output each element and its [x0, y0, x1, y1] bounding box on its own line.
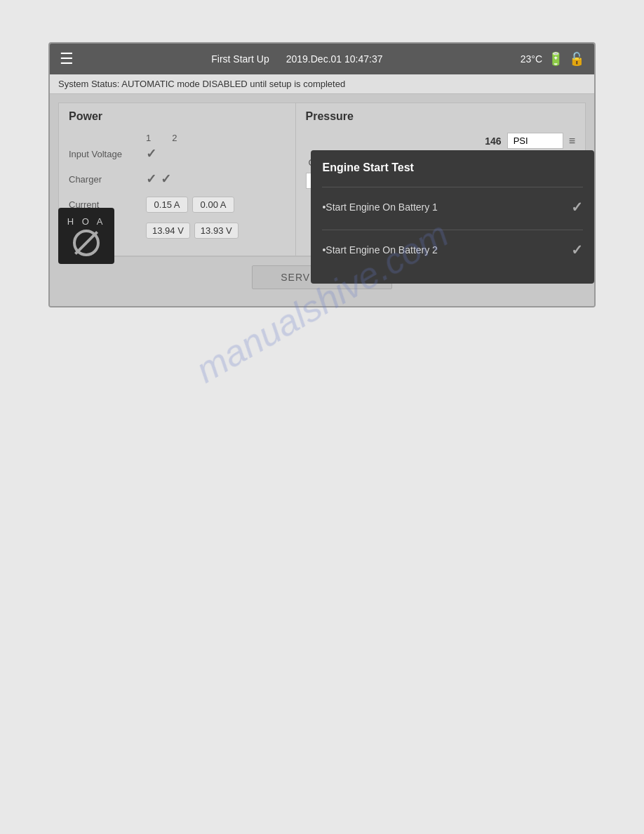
- pressure-menu-icon[interactable]: ≡: [569, 135, 575, 147]
- no-symbol: [73, 230, 100, 256]
- hoa-letters: H O A: [67, 216, 106, 227]
- header-bar: ☰ First Start Up 2019.Dec.01 10:47:37 23…: [50, 44, 594, 74]
- header-left: ☰: [60, 51, 74, 67]
- charger-values: ✓ ✓: [146, 171, 171, 187]
- engine-battery1-check: ✓: [571, 199, 583, 216]
- status-bar: System Status: AUTOMATIC mode DISABLED u…: [50, 74, 594, 94]
- battery-values: 13.94 V 13.93 V: [146, 223, 239, 239]
- battery-val1: 13.94 V: [146, 223, 190, 239]
- charger-check1: ✓: [146, 171, 156, 187]
- charger-label: Charger: [69, 174, 146, 185]
- current-val1: 0.15 A: [146, 197, 188, 213]
- engine-battery2-check: ✓: [571, 241, 583, 258]
- hamburger-icon[interactable]: ☰: [60, 51, 74, 67]
- col1-number: 1: [146, 133, 151, 143]
- header-center: First Start Up 2019.Dec.01 10:47:37: [211, 53, 382, 65]
- pressure-top-row: 146 ≡: [306, 133, 576, 149]
- device-frame: ☰ First Start Up 2019.Dec.01 10:47:37 23…: [48, 42, 596, 307]
- col2-number: 2: [172, 133, 177, 143]
- battery-icon: 🔋: [548, 51, 563, 67]
- engine-battery1-item[interactable]: •Start Engine On Battery 1 ✓: [322, 196, 583, 218]
- hoa-box: H O A: [58, 208, 114, 264]
- engine-start-modal: Engine Start Test •Start Engine On Batte…: [311, 150, 594, 284]
- input-voltage-values: ✓: [146, 146, 156, 161]
- modal-title: Engine Start Test: [322, 161, 583, 174]
- engine-battery1-label: •Start Engine On Battery 1: [322, 201, 437, 213]
- input-voltage-label: Input Voltage: [69, 149, 146, 159]
- power-panel-title: Power: [69, 110, 286, 123]
- status-text: System Status: AUTOMATIC mode DISABLED u…: [58, 79, 345, 89]
- charger-check2: ✓: [161, 171, 171, 187]
- pressure-panel-title: Pressure: [306, 110, 576, 123]
- current-values: 0.15 A 0.00 A: [146, 197, 234, 213]
- modal-divider: [322, 187, 583, 187]
- psi-input[interactable]: [507, 133, 563, 149]
- temperature-display: 23°C: [521, 53, 542, 65]
- lock-icon: 🔓: [569, 51, 584, 67]
- header-title: First Start Up: [211, 53, 269, 65]
- header-datetime: 2019.Dec.01 10:47:37: [286, 53, 383, 65]
- main-content: Power 1 2 Input Voltage ✓ Charger: [50, 94, 594, 306]
- column-numbers: 1 2: [146, 133, 286, 143]
- engine-battery2-label: •Start Engine On Battery 2: [322, 244, 437, 256]
- charger-row: Charger ✓ ✓: [69, 171, 286, 187]
- current-val2: 0.00 A: [192, 197, 234, 213]
- battery-val2: 13.93 V: [194, 223, 239, 239]
- modal-divider2: [322, 230, 583, 230]
- input-voltage-row: Input Voltage ✓: [69, 146, 286, 161]
- pressure-value: 146: [485, 135, 501, 147]
- engine-battery2-item[interactable]: •Start Engine On Battery 2 ✓: [322, 239, 583, 261]
- input-voltage-check1: ✓: [146, 146, 156, 161]
- header-right: 23°C 🔋 🔓: [521, 51, 584, 67]
